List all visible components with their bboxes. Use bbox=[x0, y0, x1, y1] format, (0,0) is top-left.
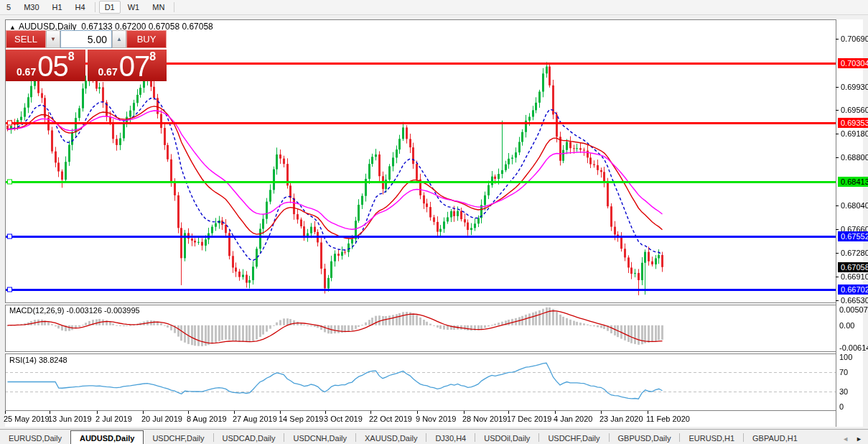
buy-price-big-digits: 07 bbox=[119, 53, 150, 79]
price-level-badge: 0.68413 bbox=[838, 177, 868, 187]
chart-tab-eurusd-daily[interactable]: EURUSD,Daily bbox=[0, 432, 70, 444]
price-level-badge: 0.67058 bbox=[838, 262, 868, 272]
indicator-axis-label: 100 bbox=[839, 353, 852, 361]
buy-button[interactable]: BUY bbox=[126, 30, 167, 48]
date-axis-label: 23 Jan 2020 bbox=[599, 415, 643, 423]
date-axis-label: 4 Jan 2020 bbox=[554, 415, 592, 423]
sell-price-button[interactable]: 0.67 05 8 bbox=[6, 50, 85, 81]
chart-tab-gbpaud-h1[interactable]: GBPAUD,H1 bbox=[744, 432, 806, 444]
date-axis-label: 11 Feb 2020 bbox=[646, 415, 690, 423]
date-axis-label: 14 Sep 2019 bbox=[279, 415, 323, 423]
chart-tab-gbpusd-daily[interactable]: GBPUSD,Daily bbox=[610, 432, 680, 444]
price-level-badge: 0.69353 bbox=[838, 118, 868, 128]
chart-tab-usdchf-daily[interactable]: USDCHF,Daily bbox=[144, 432, 213, 444]
indicator-axis-label: 70 bbox=[839, 368, 848, 376]
volume-decrease-button[interactable]: ▼ bbox=[46, 30, 60, 48]
date-axis-label: 25 May 2019 bbox=[4, 415, 50, 423]
indicator-axis-label: 0 bbox=[839, 402, 844, 411]
trading-terminal-window: 5M30H1H4D1W1MN ▲AUDUSD,Daily 0.67133 0.6… bbox=[0, 0, 868, 444]
tab-scroll-right-icon[interactable]: ► bbox=[856, 435, 862, 443]
one-click-trade-panel: SELL ▼ ▲ BUY 0.67 05 8 0.67 07 8 bbox=[6, 30, 167, 81]
triangle-down-icon: ▼ bbox=[50, 36, 56, 42]
date-axis-label: 3 Oct 2019 bbox=[324, 415, 363, 423]
sell-button[interactable]: SELL bbox=[6, 30, 46, 48]
volume-increase-button[interactable]: ▲ bbox=[112, 30, 126, 48]
date-axis-label: 2 Jul 2019 bbox=[95, 415, 132, 423]
tab-scroll-left-icon[interactable]: ◄ bbox=[842, 435, 849, 443]
buy-price-prefix: 0.67 bbox=[98, 65, 117, 79]
chart-tab-usdcad-daily[interactable]: USDCAD,Daily bbox=[214, 432, 284, 444]
macd-indicator-label: MACD(12,26,9) -0.003126 -0.003995 bbox=[9, 306, 140, 315]
date-axis-label: 9 Nov 2019 bbox=[416, 415, 456, 423]
triangle-up-icon: ▲ bbox=[116, 36, 122, 42]
price-axis-label: 0.70690 bbox=[841, 34, 868, 43]
indicator-axis-label: 30 bbox=[839, 387, 848, 396]
price-axis-label: 0.66530 bbox=[841, 296, 868, 305]
date-axis-label: 27 Aug 2019 bbox=[233, 415, 277, 423]
chart-tab-usdoil-daily[interactable]: USDOil,Daily bbox=[475, 432, 538, 444]
date-axis-label: 20 Jul 2019 bbox=[141, 415, 182, 423]
buy-price-button[interactable]: 0.67 07 8 bbox=[88, 50, 167, 81]
price-axis-label: 0.66910 bbox=[841, 272, 868, 281]
indicator-axis-label: 0.00 bbox=[839, 321, 854, 330]
buy-price-pip-digit: 8 bbox=[149, 52, 156, 61]
price-level-badge: 0.70304 bbox=[838, 58, 868, 68]
chart-tab-dj30-h4[interactable]: DJ30,H4 bbox=[426, 432, 475, 444]
volume-input[interactable] bbox=[60, 30, 112, 48]
date-axis-label: 13 Jun 2019 bbox=[48, 415, 92, 423]
price-axis-label: 0.68800 bbox=[841, 153, 868, 162]
indicator-axis-label: -0.006148 bbox=[839, 343, 868, 352]
price-axis-label: 0.69180 bbox=[841, 129, 868, 138]
price-axis-label: 0.67280 bbox=[841, 249, 868, 257]
chart-tab-eurusd-h1[interactable]: EURUSD,H1 bbox=[680, 432, 743, 444]
date-axis-label: 17 Dec 2019 bbox=[507, 415, 551, 423]
date-axis-label: 8 Aug 2019 bbox=[187, 415, 227, 423]
date-axis-label: 28 Nov 2019 bbox=[462, 415, 507, 423]
chart-tab-audusd-daily[interactable]: AUDUSD,Daily bbox=[70, 430, 144, 444]
chart-tab-bar: EURUSD,DailyAUDUSD,DailyUSDCHF,DailyUSDC… bbox=[0, 429, 868, 444]
indicator-axis-label: 0.005076 bbox=[839, 305, 868, 314]
date-axis-label: 22 Oct 2019 bbox=[369, 415, 412, 423]
sell-price-big-digits: 05 bbox=[37, 53, 68, 79]
price-level-badge: 0.67552 bbox=[838, 231, 868, 241]
sell-price-prefix: 0.67 bbox=[17, 65, 36, 79]
chart-tab-usdchf-daily[interactable]: USDCHF,Daily bbox=[539, 432, 608, 444]
price-axis-label: 0.69560 bbox=[841, 106, 868, 114]
chart-tab-usdcnh-daily[interactable]: USDCNH,Daily bbox=[284, 432, 355, 444]
rsi-indicator-label: RSI(14) 38.8248 bbox=[9, 356, 67, 364]
sell-price-pip-digit: 8 bbox=[68, 52, 75, 61]
price-axis-label: 0.69930 bbox=[841, 83, 868, 91]
chart-tab-xauusd-daily[interactable]: XAUUSD,Daily bbox=[356, 432, 426, 444]
price-axis-label: 0.68040 bbox=[841, 201, 868, 210]
price-level-badge: 0.66702 bbox=[838, 285, 868, 295]
